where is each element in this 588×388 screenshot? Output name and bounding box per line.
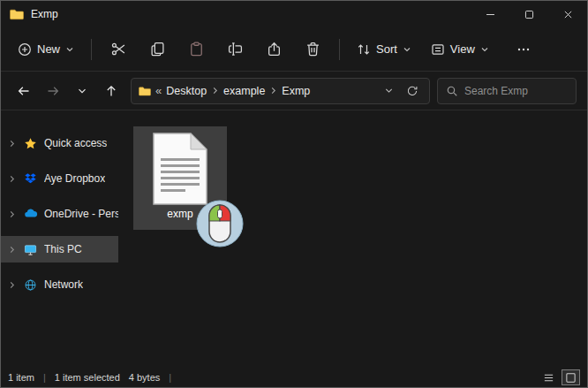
breadcrumb-example[interactable]: example	[223, 85, 265, 97]
paste-button[interactable]	[178, 35, 214, 63]
text-document-icon	[150, 132, 210, 206]
refresh-button[interactable]	[403, 81, 422, 101]
chevron-right-icon[interactable]	[8, 140, 17, 148]
delete-icon	[305, 42, 320, 57]
details-view-toggle[interactable]	[539, 369, 558, 385]
sidebar-item-quick-access[interactable]: Quick access	[1, 130, 118, 156]
sidebar-item-label: Aye Dropbox	[44, 172, 105, 185]
navigation-bar: « Desktop example Exmp	[1, 72, 587, 110]
sidebar-item-label: OneDrive - Pers	[44, 208, 118, 220]
this-pc-monitor-icon	[23, 243, 38, 256]
cut-button[interactable]	[101, 35, 136, 63]
address-bar[interactable]: « Desktop example Exmp	[131, 78, 430, 104]
toolbar-separator	[91, 39, 92, 60]
recent-locations-button[interactable]	[70, 79, 94, 103]
window-controls	[471, 1, 587, 27]
sidebar-item-label: Network	[44, 278, 83, 291]
paste-icon	[189, 42, 204, 57]
file-name-label: exmp	[167, 208, 192, 220]
breadcrumb-desktop[interactable]: Desktop	[166, 85, 207, 97]
sidebar-item-onedrive[interactable]: OneDrive - Pers	[1, 201, 118, 227]
new-button[interactable]: New	[10, 36, 82, 63]
sort-button-label: Sort	[376, 42, 397, 56]
sort-icon	[357, 42, 371, 57]
plus-circle-icon	[18, 42, 32, 57]
chevron-right-icon[interactable]	[8, 281, 17, 289]
view-icon	[431, 42, 445, 57]
chevron-right-icon[interactable]	[8, 210, 17, 218]
search-box[interactable]	[437, 78, 577, 104]
copy-button[interactable]	[139, 35, 175, 63]
search-icon	[446, 85, 458, 97]
address-dropdown-button[interactable]	[379, 81, 398, 101]
breadcrumb-exmp[interactable]: Exmp	[282, 85, 310, 97]
copy-icon	[150, 42, 165, 57]
view-button-label: View	[450, 42, 475, 56]
sidebar-item-dropbox[interactable]: Aye Dropbox	[1, 165, 118, 192]
chevron-right-icon[interactable]	[8, 175, 17, 183]
up-button[interactable]	[99, 79, 124, 103]
star-icon	[23, 137, 38, 150]
sidebar-item-label: This PC	[44, 243, 82, 255]
share-icon	[267, 42, 282, 57]
dropbox-icon	[23, 172, 38, 186]
status-divider: |	[169, 372, 171, 383]
sort-button[interactable]: Sort	[349, 36, 419, 63]
view-button[interactable]: View	[423, 36, 497, 63]
chevron-right-icon	[211, 87, 219, 95]
selection-size-label: 4 bytes	[129, 372, 160, 383]
breadcrumb-collapse[interactable]: «	[155, 84, 162, 97]
search-input[interactable]	[464, 85, 568, 97]
command-bar: New	[1, 27, 587, 72]
forward-button[interactable]	[41, 79, 65, 103]
folder-icon	[10, 7, 24, 21]
sidebar-item-network[interactable]: Network	[1, 271, 118, 298]
chevron-right-icon	[269, 87, 277, 95]
rename-button[interactable]	[217, 35, 253, 63]
status-bar: 1 item | 1 item selected 4 bytes |	[1, 368, 587, 387]
more-icon	[516, 42, 531, 57]
chevron-right-icon[interactable]	[8, 246, 17, 254]
file-explorer-window: Exmp New	[0, 0, 588, 388]
large-icons-view-toggle[interactable]	[562, 369, 580, 385]
chevron-down-icon	[480, 45, 489, 54]
maximize-button[interactable]	[509, 1, 548, 27]
back-button[interactable]	[11, 79, 36, 103]
minimize-button[interactable]	[471, 1, 509, 27]
cut-icon	[111, 42, 126, 57]
item-count-label: 1 item	[8, 372, 34, 383]
folder-icon	[139, 85, 151, 97]
share-button[interactable]	[256, 35, 291, 63]
explorer-body: Quick access Aye Dropbox OneDrive - Pe	[1, 110, 587, 368]
titlebar: Exmp	[1, 1, 587, 27]
status-divider: |	[43, 372, 46, 383]
delete-button[interactable]	[295, 35, 330, 63]
file-list-area[interactable]: exmp	[118, 110, 587, 368]
window-title: Exmp	[31, 8, 58, 20]
selection-count-label: 1 item selected	[55, 372, 120, 383]
toolbar-separator	[339, 39, 340, 60]
chevron-down-icon	[403, 45, 411, 54]
rename-icon	[228, 42, 243, 57]
sidebar-item-label: Quick access	[44, 137, 107, 149]
new-button-label: New	[37, 42, 60, 56]
navigation-pane: Quick access Aye Dropbox OneDrive - Pe	[1, 110, 118, 368]
onedrive-cloud-icon	[23, 207, 38, 221]
sidebar-item-this-pc[interactable]: This PC	[1, 236, 118, 262]
chevron-down-icon	[65, 45, 74, 54]
file-item-exmp[interactable]: exmp	[133, 126, 227, 230]
network-globe-icon	[23, 278, 38, 292]
close-button[interactable]	[548, 1, 587, 27]
view-toggles	[539, 369, 580, 385]
see-more-button[interactable]	[506, 36, 541, 63]
